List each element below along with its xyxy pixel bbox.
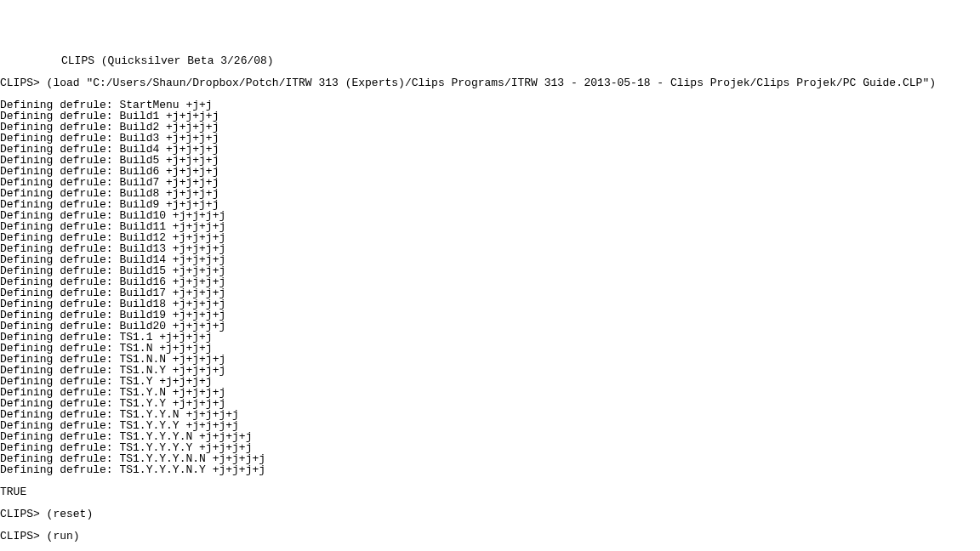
terminal-output[interactable]: CLIPS (Quicksilver Beta 3/26/08) CLIPS> … [0,44,980,551]
defrule-line: Defining defrule: TS1.Y.Y.Y.N.Y +j+j+j+j [0,464,980,475]
defrules-list: Defining defrule: StartMenu +j+jDefining… [0,99,980,475]
run-command-line: CLIPS> (run) [0,531,980,542]
result-line: TRUE [0,486,980,497]
reset-command-line: CLIPS> (reset) [0,508,980,520]
header-line: CLIPS (Quicksilver Beta 3/26/08) [0,55,980,66]
load-command-line: CLIPS> (load "C:/Users/Shaun/Dropbox/Pot… [0,77,980,88]
